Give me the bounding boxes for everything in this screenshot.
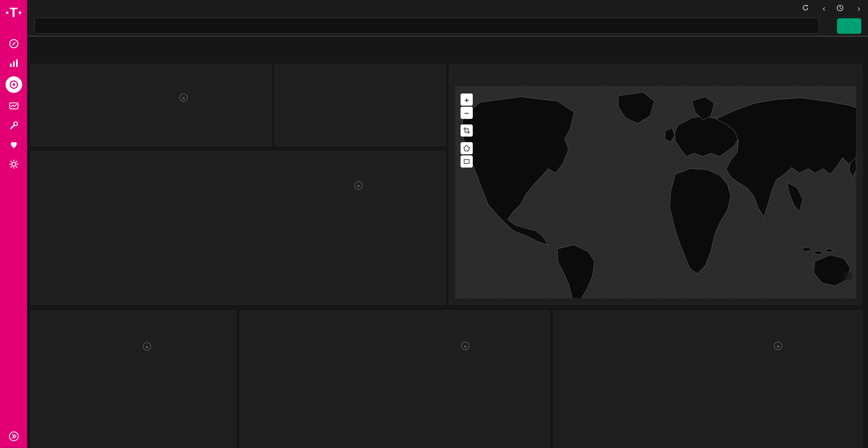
collapse-icon bbox=[8, 431, 19, 442]
legend-toggle-button[interactable]: » bbox=[143, 342, 151, 350]
panel-attacks-histogram: » bbox=[31, 151, 445, 304]
panel-attacks-metric bbox=[275, 65, 445, 145]
crop-icon bbox=[463, 127, 470, 134]
wrench-icon bbox=[8, 120, 19, 131]
sidebar-item-monitoring[interactable] bbox=[4, 139, 23, 151]
time-forward-button[interactable]: › bbox=[858, 4, 860, 12]
panel-attacks-bar: » bbox=[31, 65, 271, 145]
map-canvas[interactable]: + − bbox=[455, 86, 857, 299]
compass-icon bbox=[8, 38, 19, 49]
sidebar-item-dashboard[interactable] bbox=[5, 76, 22, 93]
sidebar-item-timelion[interactable] bbox=[4, 100, 23, 112]
auto-refresh-button[interactable] bbox=[802, 4, 811, 11]
dashboard-icon bbox=[8, 79, 19, 90]
refresh-icon bbox=[802, 4, 809, 11]
sidebar-item-management[interactable] bbox=[4, 158, 23, 170]
legend-toggle-button[interactable]: » bbox=[179, 94, 188, 102]
polygon-select-button[interactable] bbox=[461, 142, 473, 154]
top-nav-bar: ‹ › bbox=[27, 0, 868, 15]
time-range-picker[interactable] bbox=[836, 4, 846, 11]
panel-attacks-by-port: » bbox=[31, 311, 236, 448]
panel-attack-map: + − bbox=[450, 65, 862, 304]
sidebar-item-dev-tools[interactable] bbox=[4, 119, 23, 132]
attacks-bar-chart[interactable] bbox=[34, 83, 185, 139]
attacks-histogram-chart[interactable] bbox=[31, 165, 361, 303]
bar-chart-icon bbox=[8, 58, 19, 69]
query-input[interactable] bbox=[34, 18, 819, 34]
panel-attacks-by-country: » bbox=[554, 311, 862, 448]
crop-tool-button[interactable] bbox=[461, 125, 473, 137]
heartbeat-icon bbox=[8, 139, 19, 150]
time-back-button[interactable]: ‹ bbox=[823, 4, 826, 12]
sidebar-item-discover[interactable] bbox=[4, 38, 23, 50]
filter-bar bbox=[27, 37, 868, 58]
sidebar-collapse-button[interactable] bbox=[4, 430, 23, 442]
kibana-dashboard-app: T bbox=[0, 0, 868, 448]
country-histogram-chart[interactable] bbox=[554, 324, 773, 448]
legend-toggle-button[interactable]: » bbox=[354, 181, 363, 190]
port-donut-chart[interactable] bbox=[47, 357, 135, 445]
logo-letter: T bbox=[9, 6, 18, 20]
gear-icon bbox=[8, 159, 19, 170]
logo-square bbox=[6, 12, 8, 14]
polygon-icon bbox=[463, 145, 470, 151]
legend-toggle-button[interactable]: » bbox=[774, 342, 782, 350]
query-bar bbox=[27, 15, 868, 36]
legend-toggle-button[interactable]: » bbox=[461, 342, 469, 350]
update-button[interactable] bbox=[837, 18, 861, 34]
sidebar-item-visualize[interactable] bbox=[4, 57, 23, 69]
map-controls: + − bbox=[461, 94, 473, 169]
world-map[interactable] bbox=[455, 86, 857, 299]
donut-hole bbox=[66, 376, 117, 426]
zoom-in-button[interactable]: + bbox=[461, 94, 473, 106]
breadcrumb bbox=[35, 4, 41, 12]
clock-icon bbox=[836, 4, 844, 11]
timelion-icon bbox=[8, 101, 19, 112]
sidebar: T bbox=[0, 0, 27, 448]
t-mobile-logo[interactable]: T bbox=[6, 0, 21, 26]
panel-attacks-by-dest-ports: » bbox=[240, 311, 549, 448]
app-nav bbox=[4, 38, 23, 170]
map-legend bbox=[843, 272, 852, 280]
rectangle-icon bbox=[463, 158, 470, 165]
dest-ports-histogram-chart[interactable] bbox=[240, 324, 460, 448]
rectangle-select-button[interactable] bbox=[461, 156, 473, 168]
zoom-out-button[interactable]: − bbox=[461, 107, 473, 119]
logo-square bbox=[19, 12, 21, 14]
add-filter-link[interactable] bbox=[34, 43, 37, 51]
